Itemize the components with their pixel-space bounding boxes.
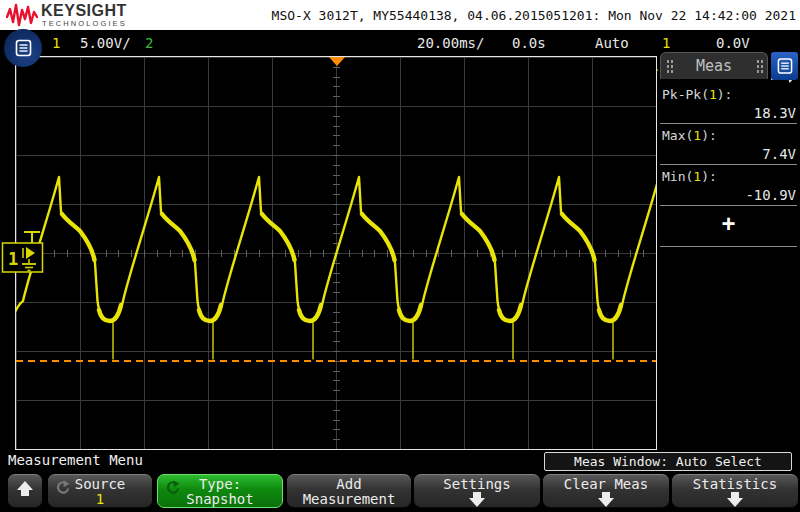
meas-row-min-label: Min(1): <box>662 169 717 184</box>
timebase-readout[interactable]: 20.00ms/ <box>417 30 484 56</box>
panel-document-icon <box>777 57 793 75</box>
softkey-add-line1: Add <box>287 476 411 492</box>
softkey-type[interactable]: Type: Snapshot <box>157 474 283 508</box>
ch1-scale[interactable]: 5.00V/ <box>80 30 131 56</box>
up-arrow-icon <box>8 481 42 496</box>
meas-row-pkpk-label: Pk-Pk(1): <box>662 87 732 102</box>
softkey-source[interactable]: Source 1 <box>48 474 152 508</box>
separator <box>660 123 797 124</box>
separator <box>660 205 797 206</box>
meas-row-pkpk-value: 18.3V <box>660 105 796 121</box>
waveform-display[interactable] <box>15 56 657 450</box>
oscilloscope-screen: { "header": { "brand": "KEYSIGHT", "bran… <box>0 0 800 512</box>
down-arrow-icon <box>543 492 669 507</box>
meas-window-status[interactable]: Meas Window: Auto Select <box>544 452 792 471</box>
meas-row-max-label: Max(1): <box>662 128 717 143</box>
softkey-clear-label: Clear Meas <box>543 476 669 492</box>
separator <box>660 164 797 165</box>
waveform-layer <box>16 57 656 449</box>
softkey-add-line2: Measurement <box>287 492 411 507</box>
softkey-statistics-label: Statistics <box>672 476 798 492</box>
add-measurement-plus-button[interactable]: + <box>660 210 797 240</box>
softkey-clear-meas[interactable]: Clear Meas <box>543 474 669 508</box>
menu-document-icon <box>15 39 32 57</box>
trigger-mode[interactable]: Auto <box>595 30 629 56</box>
brand-subtitle: TECHNOLOGIES <box>42 19 127 28</box>
softkey-statistics[interactable]: Statistics <box>672 474 798 508</box>
keysight-logo-icon <box>6 3 38 27</box>
delay-readout[interactable]: 0.0s <box>512 30 546 56</box>
meas-panel-tab[interactable]: Meas <box>660 52 768 79</box>
down-arrow-icon <box>672 492 798 507</box>
ch1-number[interactable]: 1 <box>52 30 60 56</box>
ch2-number[interactable]: 2 <box>145 30 153 56</box>
meas-panel-menu-button[interactable] <box>771 52 798 80</box>
softkey-settings-label: Settings <box>414 476 540 492</box>
main-menu-button[interactable] <box>4 29 42 67</box>
softkey-settings[interactable]: Settings <box>414 474 540 508</box>
top-brand-bar: KEYSIGHT TECHNOLOGIES MSO-X 3012T, MY554… <box>0 0 800 30</box>
down-arrow-icon <box>414 492 540 507</box>
softkey-add-measurement[interactable]: Add Measurement <box>287 474 411 508</box>
channel1-waveform-trace <box>16 177 656 321</box>
time-reference-marker[interactable] <box>329 57 345 66</box>
meas-row-min-value: -10.9V <box>660 187 796 203</box>
system-title: MSO-X 3012T, MY55440138, 04.06.201505120… <box>272 8 796 23</box>
panel-grip-right[interactable] <box>756 59 763 73</box>
back-up-button[interactable] <box>8 474 42 508</box>
meas-row-max-value: 7.4V <box>660 146 796 162</box>
channel1-badge-label: 1 <box>8 249 18 269</box>
cycle-icon <box>55 480 70 495</box>
cycle-icon <box>165 480 180 495</box>
channel1-ground-marker[interactable]: 1 <box>0 226 46 276</box>
separator <box>660 246 797 247</box>
channel1-waveform-bright-segments <box>62 214 621 321</box>
menu-title: Measurement Menu <box>8 452 143 468</box>
brand-name: KEYSIGHT <box>41 2 127 20</box>
waveform-spikes <box>113 321 613 360</box>
panel-grip-left[interactable] <box>666 59 673 73</box>
